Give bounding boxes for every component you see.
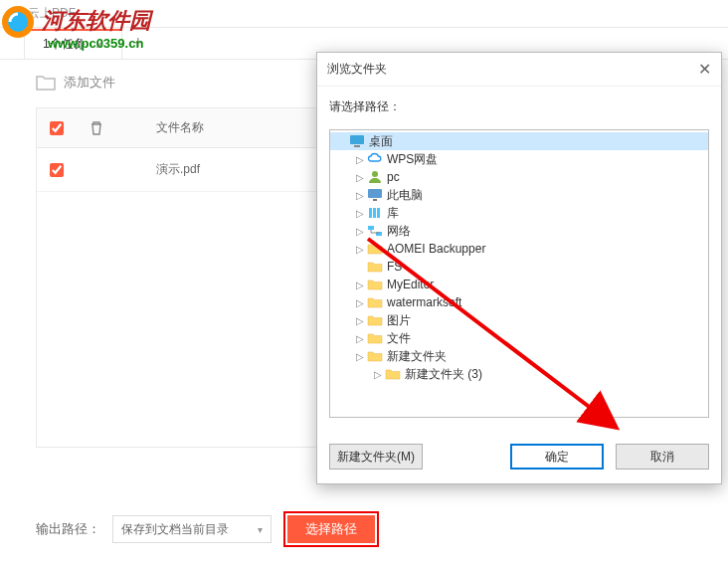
tree-item-label: WPS网盘 xyxy=(387,151,438,168)
tree-item[interactable]: ▷此电脑 xyxy=(330,186,708,204)
svg-rect-10 xyxy=(368,226,374,230)
folder-icon xyxy=(384,367,402,381)
tree-item[interactable]: ▷pc xyxy=(330,168,708,186)
tree-item-label: 新建文件夹 xyxy=(387,348,447,365)
select-all-checkbox[interactable] xyxy=(50,121,64,135)
tree-item-label: 库 xyxy=(387,205,399,222)
pc-icon xyxy=(366,188,384,202)
lib-icon xyxy=(366,206,384,220)
ok-button[interactable]: 确定 xyxy=(510,444,604,470)
cloud-icon xyxy=(366,152,384,166)
tree-item[interactable]: ▷文件 xyxy=(330,329,708,347)
tree-item[interactable]: ▷新建文件夹 (3) xyxy=(330,365,708,383)
svg-point-4 xyxy=(372,171,378,177)
choose-path-button[interactable]: 选择路径 xyxy=(287,515,375,543)
add-file-button[interactable]: 添加文件 xyxy=(36,74,115,92)
tree-item[interactable]: ▷MyEditor xyxy=(330,276,708,293)
tree-item-label: 图片 xyxy=(387,312,411,329)
expander-icon[interactable]: ▷ xyxy=(354,244,366,255)
expander-icon[interactable]: ▷ xyxy=(372,369,384,380)
expander-icon[interactable]: ▷ xyxy=(354,226,366,237)
app-icon xyxy=(6,6,22,22)
tab-active[interactable]: 1个任务 × xyxy=(24,29,122,59)
annotation-highlight: 选择路径 xyxy=(283,511,379,547)
chevron-down-icon: ▾ xyxy=(258,524,263,535)
cancel-button[interactable]: 取消 xyxy=(616,444,709,470)
window-titlebar: 云上PDF xyxy=(0,0,728,28)
row-checkbox[interactable] xyxy=(50,163,64,177)
net-icon xyxy=(366,224,384,238)
tree-item[interactable]: ▷库 xyxy=(330,204,708,222)
user-icon xyxy=(366,170,384,184)
tree-item-label: 文件 xyxy=(387,330,411,347)
svg-rect-7 xyxy=(369,208,372,218)
dialog-close-button[interactable]: ✕ xyxy=(698,60,711,79)
expander-icon[interactable]: ▷ xyxy=(354,208,366,219)
tree-item[interactable]: ▷WPS网盘 xyxy=(330,150,708,168)
folder-icon xyxy=(366,278,384,291)
folder-icon xyxy=(366,295,384,309)
tree-item-label: 此电脑 xyxy=(387,187,423,204)
expander-icon[interactable]: ▷ xyxy=(354,154,366,165)
expander-icon[interactable]: ▷ xyxy=(354,297,366,308)
close-icon[interactable]: × xyxy=(95,37,103,53)
header-delete-cell[interactable] xyxy=(77,120,116,136)
new-folder-button[interactable]: 新建文件夹(M) xyxy=(329,444,423,470)
dialog-instruction: 请选择路径： xyxy=(329,98,709,115)
dialog-title: 浏览文件夹 xyxy=(327,61,387,78)
desktop-icon xyxy=(348,134,366,148)
svg-rect-2 xyxy=(350,135,364,144)
header-checkbox-cell xyxy=(37,121,77,135)
svg-rect-9 xyxy=(377,208,380,218)
tree-item-label: watermarksoft xyxy=(387,295,461,309)
folder-icon xyxy=(366,242,384,256)
folder-icon xyxy=(36,75,56,91)
add-tab-button[interactable]: + xyxy=(126,32,150,56)
tree-item[interactable]: ▷新建文件夹 xyxy=(330,347,708,365)
output-path-select[interactable]: 保存到文档当前目录 ▾ xyxy=(112,515,272,543)
expander-icon[interactable]: ▷ xyxy=(354,351,366,362)
dialog-footer: 新建文件夹(M) 确定 取消 xyxy=(317,430,721,483)
tree-item[interactable]: ▷watermarksoft xyxy=(330,293,708,311)
tree-item-label: AOMEI Backupper xyxy=(387,242,485,256)
tree-item[interactable]: ▷网络 xyxy=(330,222,708,240)
tree-item[interactable]: FS xyxy=(330,258,708,276)
expander-icon[interactable]: ▷ xyxy=(354,190,366,201)
folder-icon xyxy=(366,331,384,345)
footer: 输出路径： 保存到文档当前目录 ▾ 选择路径 xyxy=(36,511,379,547)
select-value: 保存到文档当前目录 xyxy=(121,521,229,538)
tree-item-label: 网络 xyxy=(387,223,411,240)
tree-item-label: 桌面 xyxy=(369,133,393,150)
expander-icon[interactable]: ▷ xyxy=(354,280,366,290)
svg-rect-5 xyxy=(368,189,382,198)
tab-label: 1个任务 xyxy=(43,36,86,53)
svg-rect-3 xyxy=(354,145,360,147)
tree-item-label: pc xyxy=(387,170,400,184)
svg-rect-6 xyxy=(373,199,377,201)
folder-icon xyxy=(366,260,384,274)
svg-rect-8 xyxy=(373,208,376,218)
tree-item-label: MyEditor xyxy=(387,278,434,291)
folder-icon xyxy=(366,313,384,327)
expander-icon[interactable]: ▷ xyxy=(354,172,366,183)
expander-icon[interactable]: ▷ xyxy=(354,315,366,326)
dialog-titlebar: 浏览文件夹 ✕ xyxy=(317,53,721,87)
browse-folder-dialog: 浏览文件夹 ✕ 请选择路径： 桌面▷WPS网盘▷pc▷此电脑▷库▷网络▷AOME… xyxy=(316,52,722,484)
tree-item-label: 新建文件夹 (3) xyxy=(405,366,482,383)
folder-icon xyxy=(366,349,384,363)
add-file-label: 添加文件 xyxy=(64,74,115,92)
tree-item[interactable]: ▷AOMEI Backupper xyxy=(330,240,708,258)
folder-tree[interactable]: 桌面▷WPS网盘▷pc▷此电脑▷库▷网络▷AOMEI BackupperFS▷M… xyxy=(329,129,709,418)
tree-item-label: FS xyxy=(387,260,402,274)
tree-item[interactable]: ▷图片 xyxy=(330,311,708,329)
expander-icon[interactable]: ▷ xyxy=(354,333,366,344)
window-title: 云上PDF xyxy=(28,5,76,22)
output-path-label: 输出路径： xyxy=(36,520,100,538)
trash-icon xyxy=(89,120,104,136)
tree-item[interactable]: 桌面 xyxy=(330,132,708,150)
